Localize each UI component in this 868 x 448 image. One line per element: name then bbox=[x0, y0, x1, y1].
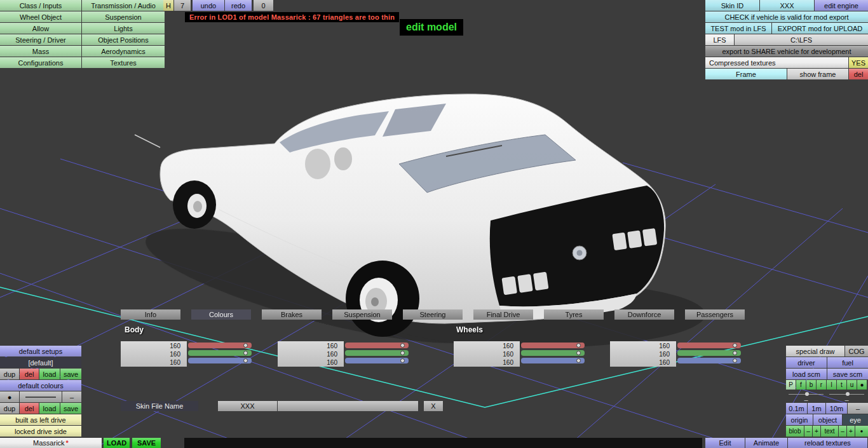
default-setups-button[interactable]: default setups bbox=[0, 346, 81, 356]
tab-passengers[interactable]: Passengers bbox=[685, 309, 745, 320]
lfs-button[interactable]: LFS bbox=[705, 34, 734, 45]
blue-value[interactable]: 160 bbox=[454, 358, 520, 367]
menu-item-lights[interactable]: Lights bbox=[82, 23, 165, 34]
dup-setup-button[interactable]: dup bbox=[0, 369, 19, 379]
locked-drive-side-toggle[interactable]: locked drive side bbox=[0, 426, 81, 437]
skin-file-value[interactable]: XXX bbox=[218, 401, 277, 411]
green-value[interactable]: 160 bbox=[121, 350, 187, 358]
grid-1m-button[interactable]: 1m bbox=[808, 403, 825, 414]
tab-colours[interactable]: Colours bbox=[191, 309, 251, 320]
load-scm-button[interactable]: load scm bbox=[786, 369, 827, 379]
dash-right-button[interactable]: – bbox=[827, 397, 867, 403]
toggle-l[interactable]: l bbox=[827, 380, 836, 390]
test-mod-button[interactable]: TEST mod in LFS bbox=[705, 23, 771, 34]
save-vehicle-button[interactable]: SAVE bbox=[132, 438, 161, 448]
edit-button[interactable]: Edit bbox=[705, 438, 745, 448]
save-colours-button[interactable]: save bbox=[60, 403, 81, 414]
save-setup-button[interactable]: save bbox=[60, 369, 81, 379]
h-toggle-button[interactable]: H bbox=[163, 0, 173, 11]
rgb-value-box[interactable]: 160 160 160 bbox=[278, 341, 344, 367]
load-vehicle-button[interactable]: LOAD bbox=[104, 438, 130, 448]
red-value[interactable]: 160 bbox=[121, 342, 187, 350]
animate-button[interactable]: Animate bbox=[745, 438, 787, 448]
eye-button[interactable]: eye bbox=[843, 414, 868, 425]
colour-dash-button[interactable]: – bbox=[62, 391, 81, 402]
slider-knob[interactable] bbox=[576, 358, 581, 363]
mark-slider-left[interactable] bbox=[786, 391, 826, 397]
blue-slider[interactable] bbox=[188, 358, 252, 363]
dup-colours-button[interactable]: dup bbox=[0, 403, 19, 414]
blue-value[interactable]: 160 bbox=[610, 358, 676, 367]
tab-info[interactable]: Info bbox=[121, 309, 180, 320]
export-mod-button[interactable]: EXPORT mod for UPLOAD bbox=[772, 23, 868, 34]
slider-knob[interactable] bbox=[805, 392, 809, 396]
menu-item-aerodynamics[interactable]: Aerodynamics bbox=[82, 46, 165, 57]
menu-item-mass[interactable]: Mass bbox=[0, 46, 81, 57]
menu-item-object-positions[interactable]: Object Positions bbox=[82, 34, 165, 45]
rgb-value-box[interactable]: 160 160 160 bbox=[121, 341, 187, 367]
menu-item-transmission-audio[interactable]: Transmission / Audio bbox=[82, 0, 165, 11]
special-draw-button[interactable]: special draw bbox=[786, 346, 844, 356]
text-button[interactable]: text bbox=[821, 426, 838, 437]
slider-knob[interactable] bbox=[400, 351, 405, 355]
menu-item-suspension[interactable]: Suspension bbox=[82, 11, 165, 22]
reload-textures-button[interactable]: reload textures bbox=[788, 438, 867, 448]
menu-item-wheel-object[interactable]: Wheel Object bbox=[0, 11, 81, 22]
slider-knob[interactable] bbox=[576, 351, 581, 355]
slider-knob[interactable] bbox=[243, 343, 248, 348]
red-value[interactable]: 160 bbox=[278, 342, 344, 350]
slider-knob[interactable] bbox=[733, 351, 737, 355]
vehicle-name-button[interactable]: Massarick* bbox=[0, 438, 102, 448]
frame-del-button[interactable]: del bbox=[849, 69, 868, 79]
tab-tyres[interactable]: Tyres bbox=[544, 309, 604, 320]
tab-steering[interactable]: Steering bbox=[403, 309, 463, 320]
slider-knob[interactable] bbox=[243, 358, 248, 363]
slider-knob[interactable] bbox=[733, 343, 737, 348]
grid-01m-button[interactable]: 0.1m bbox=[786, 403, 807, 414]
colour-slider[interactable] bbox=[20, 391, 62, 402]
load-setup-button[interactable]: load bbox=[39, 369, 60, 379]
menu-item-textures[interactable]: Textures bbox=[82, 57, 165, 68]
object-button[interactable]: object bbox=[813, 414, 842, 425]
edit-engine-button[interactable]: edit engine bbox=[815, 0, 868, 11]
skin-clear-button[interactable]: X bbox=[424, 401, 443, 411]
menu-item-class-inputs[interactable]: Class / Inputs bbox=[0, 0, 81, 11]
red-value[interactable]: 160 bbox=[610, 342, 676, 350]
compressed-textures-value[interactable]: YES bbox=[849, 57, 868, 68]
save-scm-button[interactable]: save scm bbox=[827, 369, 868, 379]
red-slider[interactable] bbox=[188, 343, 252, 348]
redo-button[interactable]: redo bbox=[225, 0, 252, 11]
toggle-p[interactable]: P bbox=[786, 380, 796, 390]
red-slider[interactable] bbox=[521, 343, 585, 348]
skin-id-value[interactable]: XXX bbox=[760, 0, 814, 11]
rgb-value-box[interactable]: 160 160 160 bbox=[610, 341, 676, 367]
blue-slider[interactable] bbox=[345, 358, 409, 363]
toggle-t[interactable]: t bbox=[837, 380, 846, 390]
blob-button[interactable]: blob bbox=[786, 426, 804, 437]
del-setup-button[interactable]: del bbox=[20, 369, 39, 379]
tab-downforce[interactable]: Downforce bbox=[614, 309, 674, 320]
command-input[interactable] bbox=[184, 438, 702, 448]
menu-item-allow[interactable]: Allow bbox=[0, 23, 81, 34]
cog-button[interactable]: COG bbox=[845, 346, 868, 356]
slider-knob[interactable] bbox=[243, 351, 248, 355]
green-value[interactable]: 160 bbox=[454, 350, 520, 358]
rgb-value-box[interactable]: 160 160 160 bbox=[454, 341, 520, 367]
built-left-drive-toggle[interactable]: built as left drive bbox=[0, 414, 81, 425]
blue-value[interactable]: 160 bbox=[278, 358, 344, 367]
toggle-f[interactable]: f bbox=[796, 380, 806, 390]
slider-knob[interactable] bbox=[576, 343, 581, 348]
tab-suspension[interactable]: Suspension bbox=[332, 309, 392, 320]
tab-brakes[interactable]: Brakes bbox=[262, 309, 322, 320]
driver-button[interactable]: driver bbox=[786, 357, 827, 368]
default-colours-button[interactable]: default colours bbox=[0, 380, 81, 391]
text-minus-button[interactable]: – bbox=[839, 426, 846, 437]
grid-dash-button[interactable]: – bbox=[848, 403, 868, 414]
toggle-dot[interactable]: ● bbox=[857, 380, 867, 390]
slider-knob[interactable] bbox=[400, 343, 405, 348]
green-slider[interactable] bbox=[188, 350, 252, 356]
load-colours-button[interactable]: load bbox=[39, 403, 60, 414]
check-vehicle-button[interactable]: CHECK if vehicle is valid for mod export bbox=[705, 11, 868, 22]
skin-file-input[interactable] bbox=[278, 401, 418, 411]
text-plus-button[interactable]: + bbox=[847, 426, 855, 437]
